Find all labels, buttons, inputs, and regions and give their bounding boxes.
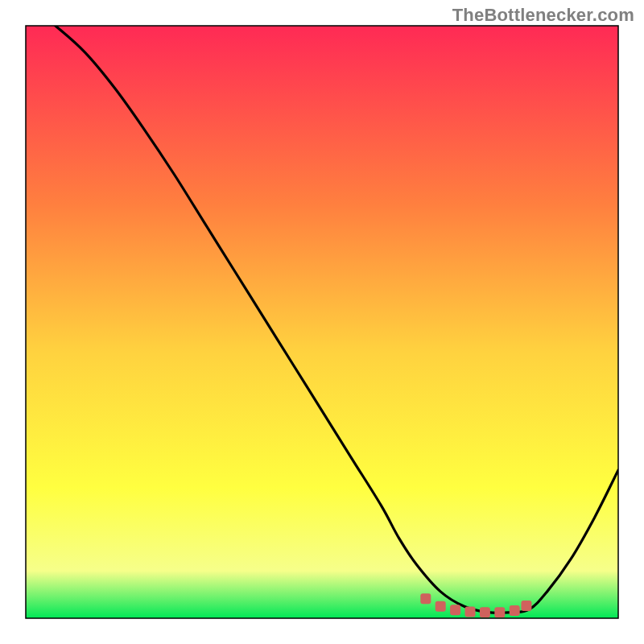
optimal-marker <box>480 607 490 617</box>
bottleneck-chart <box>0 0 644 644</box>
optimal-marker <box>521 601 531 611</box>
optimal-marker <box>465 606 476 617</box>
optimal-marker <box>450 605 460 615</box>
plot-background <box>26 26 618 618</box>
optimal-marker <box>510 605 520 616</box>
chart-container: TheBottlenecker.com <box>0 0 644 644</box>
optimal-marker <box>436 601 446 612</box>
optimal-marker <box>494 607 505 617</box>
optimal-marker <box>420 593 431 604</box>
watermark-text: TheBottlenecker.com <box>452 5 634 26</box>
